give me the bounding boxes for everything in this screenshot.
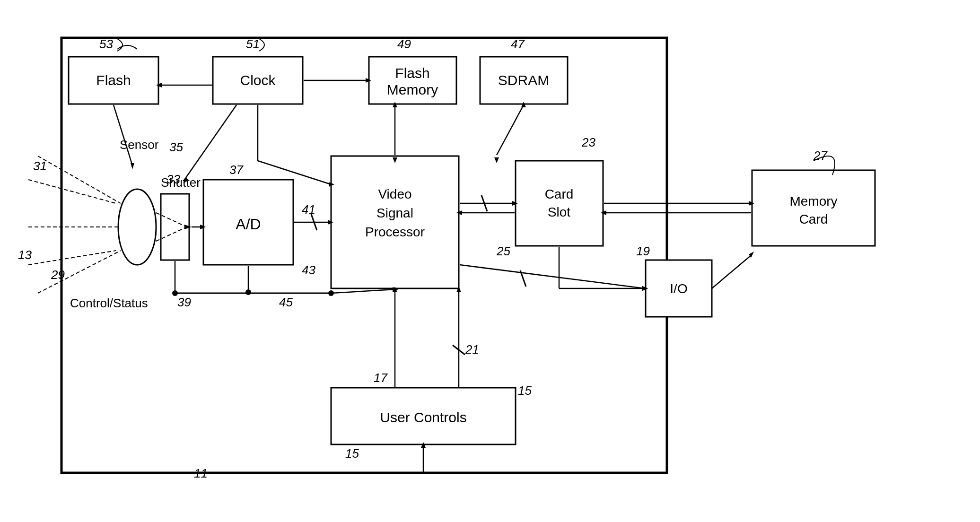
svg-marker-85 bbox=[131, 163, 134, 169]
svg-text:41: 41 bbox=[302, 202, 315, 217]
svg-text:53: 53 bbox=[99, 37, 113, 51]
svg-text:Flash: Flash bbox=[96, 72, 131, 88]
svg-text:25: 25 bbox=[496, 244, 510, 258]
svg-text:Slot: Slot bbox=[548, 205, 570, 219]
svg-line-84 bbox=[114, 105, 132, 165]
svg-text:Card: Card bbox=[545, 187, 574, 201]
svg-text:31: 31 bbox=[33, 159, 47, 173]
svg-text:A/D: A/D bbox=[236, 216, 261, 233]
svg-line-77 bbox=[331, 289, 395, 293]
svg-text:35: 35 bbox=[169, 140, 183, 154]
svg-text:29: 29 bbox=[51, 268, 65, 282]
svg-text:Clock: Clock bbox=[240, 72, 276, 88]
svg-line-31 bbox=[28, 180, 116, 203]
svg-text:User Controls: User Controls bbox=[380, 409, 466, 425]
svg-line-44 bbox=[497, 105, 524, 155]
svg-text:Sensor: Sensor bbox=[120, 138, 159, 152]
svg-text:15: 15 bbox=[518, 383, 532, 398]
svg-text:Control/Status: Control/Status bbox=[70, 296, 148, 310]
svg-text:17: 17 bbox=[374, 371, 388, 385]
svg-marker-46 bbox=[494, 157, 499, 163]
svg-text:23: 23 bbox=[581, 135, 595, 149]
svg-line-114 bbox=[712, 255, 751, 288]
svg-text:49: 49 bbox=[397, 37, 411, 51]
svg-text:47: 47 bbox=[511, 37, 525, 51]
svg-line-32 bbox=[28, 251, 116, 265]
svg-line-28 bbox=[38, 156, 121, 203]
svg-text:Signal: Signal bbox=[376, 206, 413, 220]
svg-line-59 bbox=[460, 265, 645, 288]
svg-text:11: 11 bbox=[194, 466, 208, 480]
svg-text:43: 43 bbox=[302, 263, 315, 277]
svg-point-26 bbox=[118, 189, 156, 265]
svg-point-76 bbox=[245, 289, 251, 295]
svg-text:Flash: Flash bbox=[395, 65, 429, 81]
svg-text:13: 13 bbox=[18, 248, 32, 262]
svg-text:Shutter: Shutter bbox=[161, 175, 201, 190]
svg-text:Memory: Memory bbox=[789, 194, 837, 209]
svg-line-69 bbox=[184, 105, 236, 180]
svg-text:19: 19 bbox=[636, 244, 650, 258]
svg-text:37: 37 bbox=[229, 163, 244, 177]
svg-text:Video: Video bbox=[378, 187, 411, 201]
svg-rect-12 bbox=[331, 156, 459, 288]
svg-text:15: 15 bbox=[345, 446, 359, 461]
svg-rect-16 bbox=[516, 161, 603, 246]
svg-text:Memory: Memory bbox=[387, 82, 438, 97]
svg-text:45: 45 bbox=[279, 295, 293, 309]
svg-text:Card: Card bbox=[799, 212, 828, 226]
svg-text:21: 21 bbox=[465, 342, 479, 357]
diagram-container: Flash Clock Flash Memory SDRAM A/D Video… bbox=[0, 0, 980, 522]
svg-text:I/O: I/O bbox=[670, 281, 687, 296]
svg-text:Processor: Processor bbox=[365, 225, 425, 239]
svg-text:39: 39 bbox=[177, 295, 191, 309]
svg-text:SDRAM: SDRAM bbox=[498, 72, 549, 88]
svg-text:27: 27 bbox=[813, 148, 828, 163]
svg-text:51: 51 bbox=[246, 37, 260, 51]
